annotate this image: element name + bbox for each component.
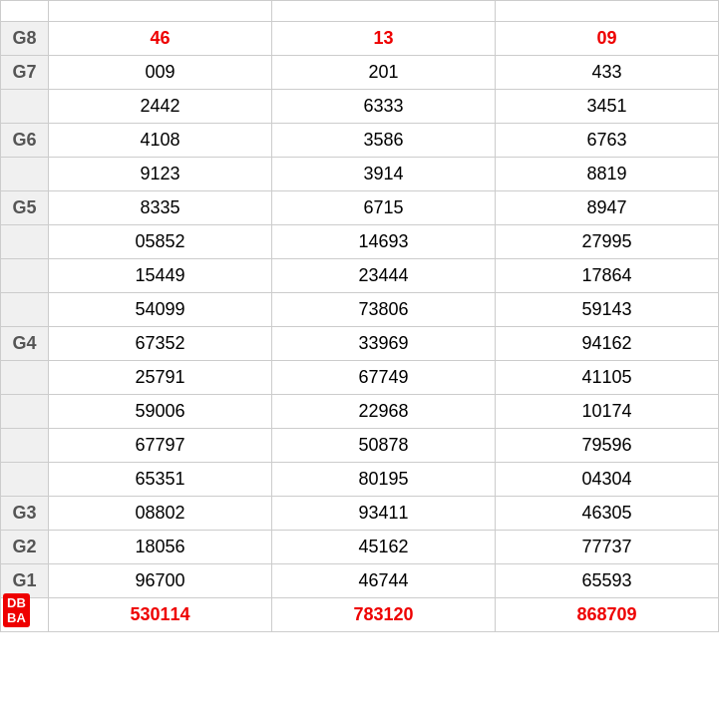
row-label-g4 [1, 293, 49, 327]
db-badge: DBBA [3, 593, 30, 627]
row-label-g4 [1, 395, 49, 429]
cell-g4-col1-row4: 67749 [272, 361, 496, 395]
row-label-g3: G3 [1, 497, 49, 531]
cell-g2-col2: 77737 [496, 531, 719, 564]
cell-g3-col1-row1: 93411 [272, 497, 496, 531]
cell-g6-col2-row0: 3451 [496, 90, 719, 124]
cell-g6-col1-row1: 3586 [272, 124, 496, 158]
row-label-g8: G8 [1, 22, 49, 56]
cell-g4-col2-row3: 94162 [496, 327, 719, 361]
row-label-g4 [1, 259, 49, 293]
cell-g4-col2-row1: 17864 [496, 259, 719, 293]
row-label-g6 [1, 158, 49, 191]
cell-g8-col0: 46 [49, 22, 272, 56]
cell-g8-col2: 09 [496, 22, 719, 56]
cell-db-col1: 783120 [272, 598, 496, 632]
cell-g6-col1-row0: 6333 [272, 90, 496, 124]
cell-g4-col0-row6: 67797 [49, 429, 272, 463]
row-label-g3 [1, 463, 49, 497]
cell-g4-col0-row5: 59006 [49, 395, 272, 429]
cell-g4-col1-row0: 14693 [272, 225, 496, 259]
cell-g3-col2-row1: 46305 [496, 497, 719, 531]
cell-g4-col0-row0: 05852 [49, 225, 272, 259]
cell-g2-col0: 18056 [49, 531, 272, 564]
cell-g5-col1: 6715 [272, 191, 496, 225]
cell-g1-col0: 96700 [49, 564, 272, 598]
row-label-g4 [1, 429, 49, 463]
cell-g4-col2-row4: 41105 [496, 361, 719, 395]
cell-g8-col1: 13 [272, 22, 496, 56]
cell-g4-col2-row6: 79596 [496, 429, 719, 463]
row-label-g4: G4 [1, 327, 49, 361]
cell-g4-col1-row5: 22968 [272, 395, 496, 429]
cell-g7-col0: 009 [49, 56, 272, 90]
cell-g4-col0-row1: 15449 [49, 259, 272, 293]
cell-g2-col1: 45162 [272, 531, 496, 564]
cell-db-col0: 530114 [49, 598, 272, 632]
cell-g7-col1: 201 [272, 56, 496, 90]
cell-g1-col2: 65593 [496, 564, 719, 598]
cell-g6-col0-row2: 9123 [49, 158, 272, 191]
cell-g3-col1-row0: 80195 [272, 463, 496, 497]
cell-g6-col2-row2: 8819 [496, 158, 719, 191]
cell-g6-col0-row1: 4108 [49, 124, 272, 158]
cell-g3-col0-row0: 65351 [49, 463, 272, 497]
cell-g6-col0-row0: 2442 [49, 90, 272, 124]
row-label-g4 [1, 225, 49, 259]
cell-g4-col0-row4: 25791 [49, 361, 272, 395]
cell-g3-col0-row1: 08802 [49, 497, 272, 531]
header-dong-nai [49, 1, 272, 22]
header-can-tho [272, 1, 496, 22]
cell-g6-col2-row1: 6763 [496, 124, 719, 158]
cell-g4-col1-row3: 33969 [272, 327, 496, 361]
row-label-g6: G6 [1, 124, 49, 158]
cell-g4-col2-row2: 59143 [496, 293, 719, 327]
cell-db-col2: 868709 [496, 598, 719, 632]
cell-g4-col1-row1: 23444 [272, 259, 496, 293]
row-label-db: DBBA [1, 598, 49, 632]
cell-g4-col0-row2: 54099 [49, 293, 272, 327]
cell-g6-col1-row2: 3914 [272, 158, 496, 191]
cell-g3-col2-row0: 04304 [496, 463, 719, 497]
cell-g7-col2: 433 [496, 56, 719, 90]
cell-g4-col2-row5: 10174 [496, 395, 719, 429]
cell-g4-col0-row3: 67352 [49, 327, 272, 361]
cell-g4-col2-row0: 27995 [496, 225, 719, 259]
cell-g4-col1-row6: 50878 [272, 429, 496, 463]
row-label-g5: G5 [1, 191, 49, 225]
header-label-cell [1, 1, 49, 22]
header-soc-trang [496, 1, 719, 22]
row-label-g4 [1, 361, 49, 395]
cell-g5-col2: 8947 [496, 191, 719, 225]
cell-g4-col1-row2: 73806 [272, 293, 496, 327]
row-label-g7: G7 [1, 56, 49, 90]
cell-g5-col0: 8335 [49, 191, 272, 225]
row-label-g2: G2 [1, 531, 49, 564]
lottery-results-table: G8461309G7009201433244263333451G64108358… [0, 0, 719, 632]
cell-g1-col1: 46744 [272, 564, 496, 598]
row-label-g6 [1, 90, 49, 124]
